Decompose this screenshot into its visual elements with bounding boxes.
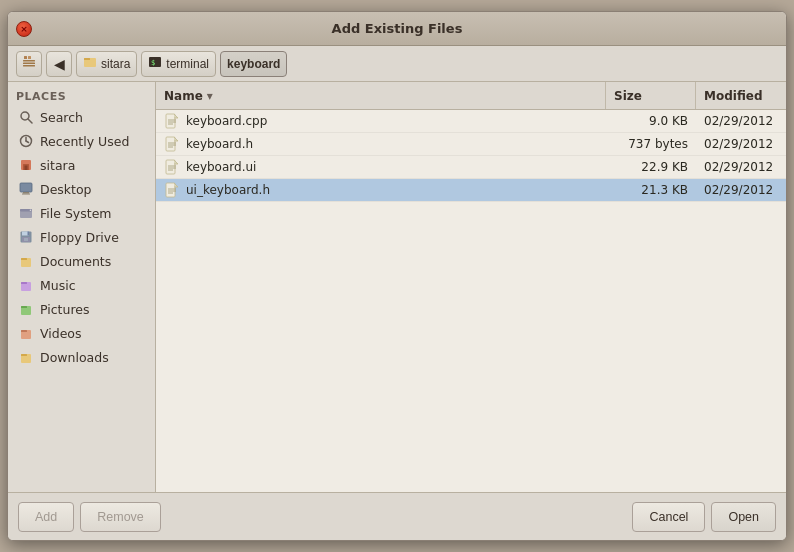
downloads-icon [18, 349, 34, 365]
sidebar-downloads-label: Downloads [40, 350, 109, 365]
file-list[interactable]: keyboard.cpp 9.0 KB 02/29/2012 [156, 110, 786, 492]
music-icon [18, 277, 34, 293]
file-icon [164, 159, 180, 175]
sidebar: Places Search Re [8, 82, 156, 492]
table-row[interactable]: ui_keyboard.h 21.3 KB 02/29/2012 [156, 179, 786, 202]
svg-rect-47 [166, 160, 175, 174]
svg-line-10 [28, 119, 32, 123]
sidebar-item-downloads[interactable]: Downloads [10, 345, 153, 369]
svg-rect-32 [21, 282, 27, 284]
svg-rect-28 [24, 238, 28, 241]
bookmark-button[interactable] [16, 51, 42, 77]
sort-icon: ▾ [207, 89, 213, 103]
sidebar-sitara-label: sitara [40, 158, 75, 173]
videos-icon [18, 325, 34, 341]
breadcrumb-terminal[interactable]: $ terminal [141, 51, 216, 77]
sidebar-item-recently-used[interactable]: Recently Used [10, 129, 153, 153]
back-button[interactable]: ◀ [46, 51, 72, 77]
sidebar-item-desktop[interactable]: Desktop [10, 177, 153, 201]
bookmark-icon [22, 55, 36, 72]
file-modified-cell: 02/29/2012 [696, 114, 786, 128]
svg-rect-39 [166, 114, 175, 128]
svg-rect-19 [23, 192, 29, 194]
content-area: Places Search Re [8, 82, 786, 492]
breadcrumb-terminal-label: terminal [166, 57, 209, 71]
sidebar-desktop-label: Desktop [40, 182, 92, 197]
table-row[interactable]: keyboard.cpp 9.0 KB 02/29/2012 [156, 110, 786, 133]
add-button[interactable]: Add [18, 502, 74, 532]
sidebar-item-documents[interactable]: Documents [10, 249, 153, 273]
filesystem-icon [18, 205, 34, 221]
clock-icon [18, 133, 34, 149]
sidebar-pictures-label: Pictures [40, 302, 90, 317]
column-header-size[interactable]: Size [606, 82, 696, 109]
sidebar-videos-label: Videos [40, 326, 82, 341]
title-bar: × Add Existing Files [8, 12, 786, 46]
cancel-button[interactable]: Cancel [632, 502, 705, 532]
svg-text:$: $ [151, 59, 155, 67]
home-icon [18, 157, 34, 173]
sidebar-item-search[interactable]: Search [10, 105, 153, 129]
svg-rect-43 [166, 137, 175, 151]
file-name-cell: keyboard.ui [156, 159, 606, 175]
file-size-cell: 737 bytes [606, 137, 696, 151]
bottom-left-actions: Add Remove [18, 502, 161, 532]
breadcrumb-keyboard[interactable]: keyboard [220, 51, 287, 77]
breadcrumb-sitara[interactable]: sitara [76, 51, 137, 77]
remove-button[interactable]: Remove [80, 502, 161, 532]
breadcrumb-sitara-label: sitara [101, 57, 130, 71]
pictures-icon [18, 301, 34, 317]
sidebar-item-filesystem[interactable]: File System [10, 201, 153, 225]
bottom-right-actions: Cancel Open [632, 502, 776, 532]
breadcrumb-terminal-icon: $ [148, 55, 162, 72]
column-header-name[interactable]: Name ▾ [156, 82, 606, 109]
svg-rect-3 [23, 63, 35, 65]
sidebar-item-music[interactable]: Music [10, 273, 153, 297]
file-size-cell: 9.0 KB [606, 114, 696, 128]
sidebar-recently-used-label: Recently Used [40, 134, 129, 149]
svg-rect-30 [21, 258, 27, 260]
search-icon [18, 109, 34, 125]
file-modified-cell: 02/29/2012 [696, 137, 786, 151]
svg-rect-2 [23, 60, 35, 62]
sidebar-item-sitara[interactable]: sitara [10, 153, 153, 177]
file-modified-cell: 02/29/2012 [696, 183, 786, 197]
desktop-icon [18, 181, 34, 197]
file-name-cell: keyboard.cpp [156, 113, 606, 129]
svg-point-23 [30, 209, 32, 211]
svg-rect-6 [84, 58, 90, 60]
breadcrumb-keyboard-label: keyboard [227, 57, 280, 71]
sidebar-item-pictures[interactable]: Pictures [10, 297, 153, 321]
file-name-cell: keyboard.h [156, 136, 606, 152]
sidebar-search-label: Search [40, 110, 83, 125]
sidebar-filesystem-label: File System [40, 206, 112, 221]
svg-rect-34 [21, 306, 27, 308]
bottom-bar: Add Remove Cancel Open [8, 492, 786, 540]
sidebar-item-floppy[interactable]: Floppy Drive [10, 225, 153, 249]
table-row[interactable]: keyboard.h 737 bytes 02/29/2012 [156, 133, 786, 156]
svg-rect-20 [22, 194, 30, 195]
back-icon: ◀ [54, 56, 65, 72]
open-button[interactable]: Open [711, 502, 776, 532]
svg-line-13 [26, 141, 29, 143]
svg-rect-26 [28, 232, 30, 236]
file-icon [164, 182, 180, 198]
file-name-cell: ui_keyboard.h [156, 182, 606, 198]
svg-rect-16 [25, 166, 28, 171]
file-icon [164, 113, 180, 129]
svg-rect-38 [21, 354, 27, 356]
sidebar-item-videos[interactable]: Videos [10, 321, 153, 345]
floppy-icon [18, 229, 34, 245]
file-modified-cell: 02/29/2012 [696, 160, 786, 174]
file-list-header: Name ▾ Size Modified [156, 82, 786, 110]
sidebar-documents-label: Documents [40, 254, 111, 269]
column-header-modified[interactable]: Modified [696, 82, 786, 109]
breadcrumb-sitara-icon [83, 55, 97, 72]
close-button[interactable]: × [16, 21, 32, 37]
svg-rect-1 [28, 56, 31, 59]
documents-icon [18, 253, 34, 269]
dialog-title: Add Existing Files [40, 21, 754, 36]
svg-rect-17 [20, 183, 32, 192]
svg-rect-36 [21, 330, 27, 332]
table-row[interactable]: keyboard.ui 22.9 KB 02/29/2012 [156, 156, 786, 179]
